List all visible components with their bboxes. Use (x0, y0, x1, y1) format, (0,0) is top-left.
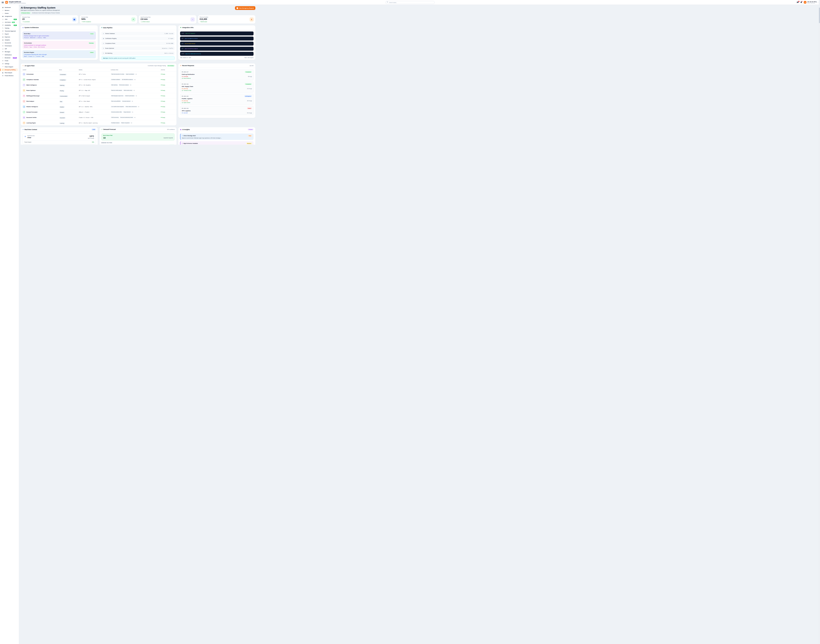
agent-role-pill: Communication (59, 95, 68, 97)
agent-row[interactable]: ⌖ Match Intelligence Matching GPT-4 + ML… (21, 82, 176, 88)
request-status-badge: Completed (245, 83, 252, 85)
hamburger-menu-icon[interactable] (2, 2, 4, 3)
capability-more: +3 (132, 101, 133, 102)
capability-chip: Real-time traffic analysis (111, 89, 123, 91)
request-person: Elena Dimitrova (182, 78, 252, 79)
sidebar-item[interactable]: ⊕ Posted Workers (1, 74, 18, 77)
sidebar-item[interactable]: ▦ Dashboard (1, 6, 18, 9)
new-emergency-request-button[interactable]: + New Emergency Request (235, 6, 255, 10)
agent-status: Ready (161, 74, 175, 75)
sidebar-item[interactable]: ▭ Documents (1, 41, 18, 44)
agent-row[interactable]: ▤ Document Verifier Document Claude 3.5 … (21, 115, 176, 120)
capability-chip: Channel optimization (124, 95, 135, 97)
integration-apis-card: ❖ Integration APIs POST /api/v1/requests… (178, 25, 255, 60)
sidebar-item[interactable]: ⚇ Workers (1, 9, 18, 12)
sidebar-item[interactable]: ➢ Broadcast STAFF (1, 57, 18, 59)
sidebar-item-icon: ？ (2, 66, 4, 67)
agent-role-pill: Weather (59, 106, 65, 108)
capability-more: +2 (138, 106, 139, 107)
sidebar-item-label: Notifications (5, 54, 12, 55)
sidebar-item[interactable]: ⚙ Settings (1, 62, 18, 65)
agent-icon: ⌖ (23, 84, 25, 86)
sidebar-item[interactable]: ◧ Risk Analysis (1, 71, 18, 74)
brand-tagline: Intelligent Logistics Empowered Workforc… (9, 3, 26, 4)
sidebar-item-badge: STAFF (13, 57, 17, 58)
sidebar-item-label: Settings (5, 63, 9, 64)
agent-model: GPT-4 + ML Ensemble (79, 84, 111, 86)
card-title: AI Agent Fleet (25, 65, 34, 67)
sidebar-item[interactable]: ★ Performance (1, 44, 18, 47)
insight-severity-badge: High (248, 135, 252, 136)
sidebar-item[interactable]: ⍾ Notifications (1, 53, 18, 56)
sidebar-item[interactable]: ⚲ Profile (1, 59, 18, 62)
agent-role-pill: Document (59, 117, 66, 119)
weather-humidity: 65% humidity (88, 138, 94, 139)
sidebar-item[interactable]: € Payroll (1, 33, 18, 35)
sidebar-item-label: Documents (5, 42, 11, 43)
api-endpoint-row: POST /api/v1/compliance/verify (180, 52, 254, 56)
sidebar-item[interactable]: ▤ Expenses (1, 35, 18, 38)
sidebar-item[interactable]: ▢ ZZP (1, 48, 18, 50)
agent-row[interactable]: ☁ Weather Intelligence Weather GPT-3.5 +… (21, 104, 176, 109)
sidebar-item[interactable]: ⌂ Clients (1, 12, 18, 15)
sidebar-item-icon: ⍾ (2, 54, 4, 55)
sidebar-item-icon: ▣ (2, 15, 4, 17)
component-meta: Model: Claude 3.5 | Context: 200K (24, 56, 95, 57)
sidebar-item[interactable]: ？ Help & Support (1, 65, 18, 68)
agent-status: Ready (161, 79, 175, 80)
confidence-note: 87% confidence (167, 129, 175, 130)
capability-chip: Surge detection (123, 111, 131, 113)
agent-row[interactable]: ✔ Compliance Guardian Compliance GPT-4 +… (21, 77, 176, 82)
capability-chip: Multi-modal routing (123, 89, 133, 91)
agent-row[interactable]: ↗ Demand Forecaster Demand XGBoost + Pro… (21, 109, 176, 115)
request-card[interactable]: ER-2024-015 In-Progress PostNL Logistics… (180, 94, 254, 104)
request-time: 45m ago (248, 76, 252, 77)
sidebar-item[interactable]: ✉ Messages (1, 51, 18, 53)
capability-more: +3 (132, 112, 133, 113)
sidebar-item[interactable]: ▢ Jobs NEW (1, 18, 18, 21)
capability-chip: Skill matching (111, 84, 118, 86)
pipeline-row: ≣ Worker Database 5,500+ records (101, 32, 175, 35)
component-description: Pub/Sub message broker for agent communi… (24, 35, 95, 37)
insight-item[interactable]: ⚲ High-Performer Available Medium Elena … (180, 141, 254, 145)
agent-row[interactable]: ⚠ Risk Analyzer Risk GPT-4 + Risk Model … (21, 98, 176, 104)
request-card[interactable]: ER-2024-017 Completed FastLog Distributi… (180, 69, 254, 80)
pipeline-row-icon: ◫ (103, 53, 104, 54)
request-card[interactable]: ER-2024-014 Failed XPO Logistics next-sh… (180, 106, 254, 115)
stat-icon: ✓ (131, 17, 135, 21)
sidebar-item-icon: ▢ (2, 18, 4, 20)
agent-status: Ready (161, 90, 175, 91)
api-method: WSS (182, 43, 184, 44)
peak-label: Next 6 Hours Peak (103, 135, 173, 136)
agent-name: Multilingual Messenger (26, 95, 40, 97)
request-time: 2h 0m ago (247, 88, 252, 89)
sidebar-item[interactable]: ▢ Job Orders New ⌄ (1, 21, 18, 24)
agent-row[interactable]: ✉ Multilingual Messenger Communication G… (21, 93, 176, 98)
architecture-item: Decision Engine Online LLM-powered reaso… (23, 50, 96, 58)
agent-row[interactable]: ✳ Orchestrator Orchestrator GPT-4 Turbo … (21, 72, 176, 77)
agent-row[interactable]: ⇅ Route Optimizer Routing GPT-3.5 + Maps… (21, 88, 176, 93)
sidebar-item-label: Timesheet Approval (5, 31, 16, 32)
column-header: ROLE (59, 69, 79, 71)
agent-model: GPT-4 Multilingual (79, 95, 111, 97)
sidebar-item-icon: ★ (2, 45, 4, 47)
insight-title: High-Performer Available (183, 143, 198, 144)
sidebar-item[interactable]: ☑ Availability NEW (1, 24, 18, 26)
request-card[interactable]: ER-2024-016 Completed DHL Supply Chain s… (180, 82, 254, 92)
request-status-badge: Completed (245, 71, 252, 73)
sidebar-item-icon: ▦ (2, 7, 4, 8)
travel-impact-label: Travel Impact: (24, 141, 32, 143)
agent-row[interactable]: ✦ Learning Engine Learning GPT-4 + Reinf… (21, 120, 176, 126)
capability-chip: Certificate validation (111, 79, 121, 80)
request-person: Sophie Jansen (182, 102, 252, 103)
insight-item[interactable]: ✦ Driver Shortage Alert High Based on cu… (180, 133, 254, 140)
sidebar-item-badge: NEW (14, 19, 17, 20)
component-status-badge: Online (89, 52, 94, 53)
agent-model: GPT-4 + Reinforcement Learning (79, 122, 111, 124)
sidebar-item[interactable]: ⚡ Emergency Staffing (1, 68, 18, 71)
sidebar-item[interactable]: ▣ Assignments (1, 15, 18, 18)
sidebar-item[interactable]: ✎ Training (1, 27, 18, 29)
sidebar-item-label: Emergency Staffing (5, 69, 15, 71)
sidebar-item[interactable]: ≣ Timesheet Approval (1, 30, 18, 32)
sidebar-item[interactable]: ▥ Analytics (1, 38, 18, 41)
